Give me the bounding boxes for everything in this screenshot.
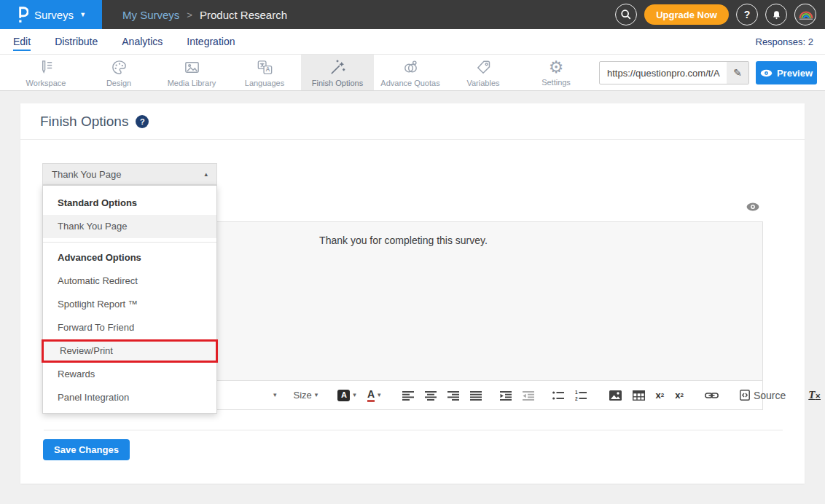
numbered-list-button[interactable]: 12 bbox=[575, 390, 587, 401]
finish-type-selected-value: Thank You Page bbox=[52, 169, 121, 180]
caret-down-icon: ▾ bbox=[315, 392, 318, 398]
indent-button[interactable] bbox=[500, 390, 512, 401]
dropdown-option-panel-integration[interactable]: Panel Integration bbox=[43, 386, 216, 409]
background-color-icon: A bbox=[337, 390, 350, 401]
notifications-button[interactable] bbox=[765, 4, 787, 25]
save-changes-button[interactable]: Save Changes bbox=[43, 439, 130, 460]
topbar-actions: Upgrade Now ? bbox=[615, 4, 825, 25]
numbered-list-icon: 12 bbox=[575, 390, 587, 401]
help-button[interactable]: ? bbox=[736, 4, 758, 25]
caret-down-icon: ▾ bbox=[273, 392, 277, 398]
edit-module-toolbar: Workspace Design Media Library A Languag… bbox=[0, 55, 825, 91]
pencil-icon: ✎ bbox=[733, 67, 742, 79]
dropdown-option-thank-you-page[interactable]: Thank You Page bbox=[43, 215, 216, 238]
module-workspace[interactable]: Workspace bbox=[9, 55, 82, 90]
caret-down-icon: ▼ bbox=[79, 11, 86, 18]
subscript-button[interactable]: x2 bbox=[656, 390, 665, 400]
bulleted-list-icon bbox=[552, 390, 564, 401]
questionpro-logo-icon bbox=[16, 5, 28, 24]
outdent-icon bbox=[523, 390, 534, 401]
module-design[interactable]: Design bbox=[82, 55, 155, 90]
link-icon bbox=[705, 392, 719, 399]
text-color-button[interactable]: A ▾ bbox=[367, 389, 381, 402]
tag-icon bbox=[474, 58, 493, 76]
finish-type-select[interactable]: Thank You Page ▴ bbox=[42, 163, 217, 185]
outdent-button[interactable] bbox=[523, 390, 534, 401]
module-variables[interactable]: Variables bbox=[447, 55, 520, 90]
responses-count[interactable]: Responses: 2 bbox=[756, 36, 814, 47]
source-button[interactable]: Source bbox=[740, 390, 786, 401]
tab-edit[interactable]: Edit bbox=[13, 36, 31, 47]
svg-text:A: A bbox=[265, 66, 270, 73]
caret-down-icon: ▾ bbox=[353, 392, 356, 398]
justify-button[interactable] bbox=[470, 390, 482, 401]
survey-nav-tabs: Edit Distribute Analytics Integration Re… bbox=[0, 29, 825, 55]
image-icon bbox=[609, 390, 622, 401]
card-header: Finish Options ? bbox=[20, 103, 805, 140]
question-mark-icon: ? bbox=[744, 9, 751, 20]
workspace-icon bbox=[37, 58, 55, 76]
finish-options-help-button[interactable]: ? bbox=[136, 115, 149, 128]
align-right-button[interactable] bbox=[447, 390, 459, 401]
bulleted-list-button[interactable] bbox=[552, 390, 564, 401]
align-center-button[interactable] bbox=[425, 390, 437, 401]
source-icon bbox=[740, 390, 750, 401]
media-library-icon bbox=[183, 58, 201, 76]
remove-format-button[interactable]: T✕ bbox=[808, 390, 821, 401]
bell-icon bbox=[771, 9, 782, 20]
page-title: Finish Options bbox=[40, 114, 128, 130]
tab-integration[interactable]: Integration bbox=[187, 36, 235, 47]
account-gauge-icon bbox=[796, 5, 816, 25]
insert-image-button[interactable] bbox=[609, 390, 622, 401]
editor-preview-eye-button[interactable] bbox=[746, 202, 759, 211]
insert-table-button[interactable] bbox=[633, 390, 645, 401]
breadcrumb-my-surveys[interactable]: My Surveys bbox=[122, 9, 179, 21]
insert-link-button[interactable] bbox=[705, 392, 719, 399]
superscript-button[interactable]: x2 bbox=[675, 390, 684, 400]
dropdown-option-rewards[interactable]: Rewards bbox=[43, 363, 216, 386]
breadcrumb: My Surveys > Product Research bbox=[122, 9, 287, 21]
design-palette-icon bbox=[110, 58, 128, 76]
preview-button[interactable]: Preview bbox=[756, 61, 817, 84]
breadcrumb-separator: > bbox=[187, 9, 192, 20]
surveys-menu-label: Surveys bbox=[34, 9, 74, 21]
dropdown-option-forward-to-friend[interactable]: Forward To Friend bbox=[43, 316, 216, 339]
account-avatar[interactable] bbox=[794, 4, 816, 25]
edit-url-button[interactable]: ✎ bbox=[727, 62, 748, 84]
surveys-app-menu[interactable]: Surveys ▼ bbox=[0, 0, 102, 29]
indent-icon bbox=[500, 390, 512, 401]
justify-icon bbox=[470, 390, 482, 401]
breadcrumb-current-survey: Product Research bbox=[200, 9, 287, 21]
search-button[interactable] bbox=[615, 4, 637, 25]
tab-analytics[interactable]: Analytics bbox=[122, 36, 163, 47]
tab-distribute[interactable]: Distribute bbox=[55, 36, 98, 47]
dropdown-group-header: Standard Options bbox=[43, 192, 216, 215]
module-settings[interactable]: ⚙ Settings bbox=[520, 55, 593, 90]
magic-wand-icon bbox=[329, 58, 347, 76]
svg-text:2: 2 bbox=[575, 395, 578, 401]
align-left-button[interactable] bbox=[402, 390, 414, 401]
align-right-icon bbox=[447, 390, 459, 401]
dropdown-option-automatic-redirect[interactable]: Automatic Redirect bbox=[43, 269, 216, 293]
dropdown-option-spotlight-report[interactable]: Spotlight Report ™ bbox=[43, 293, 216, 316]
footer-divider bbox=[44, 430, 783, 430]
remove-format-icon: T✕ bbox=[808, 390, 821, 401]
upgrade-now-button[interactable]: Upgrade Now bbox=[644, 4, 729, 25]
table-icon bbox=[633, 390, 645, 401]
top-bar: Surveys ▼ My Surveys > Product Research … bbox=[0, 0, 825, 29]
svg-text:1: 1 bbox=[575, 390, 578, 395]
question-mark-icon: ? bbox=[140, 117, 145, 126]
align-left-icon bbox=[402, 390, 414, 401]
module-finish-options[interactable]: Finish Options bbox=[301, 55, 374, 90]
gear-icon: ⚙ bbox=[549, 58, 564, 76]
search-icon bbox=[620, 9, 632, 20]
background-color-button[interactable]: A ▾ bbox=[337, 390, 356, 401]
dropdown-divider bbox=[43, 242, 216, 243]
module-languages[interactable]: A Languages bbox=[228, 55, 301, 90]
finish-options-card: Finish Options ? Thank you for completin… bbox=[20, 103, 805, 484]
size-dropdown[interactable]: Size ▾ bbox=[294, 390, 318, 400]
module-media-library[interactable]: Media Library bbox=[155, 55, 228, 90]
dropdown-option-review-print[interactable]: Review/Print bbox=[42, 339, 218, 363]
module-advance-quotas[interactable]: Advance Quotas bbox=[374, 55, 447, 90]
font-dropdown[interactable]: ▾ bbox=[270, 392, 277, 398]
